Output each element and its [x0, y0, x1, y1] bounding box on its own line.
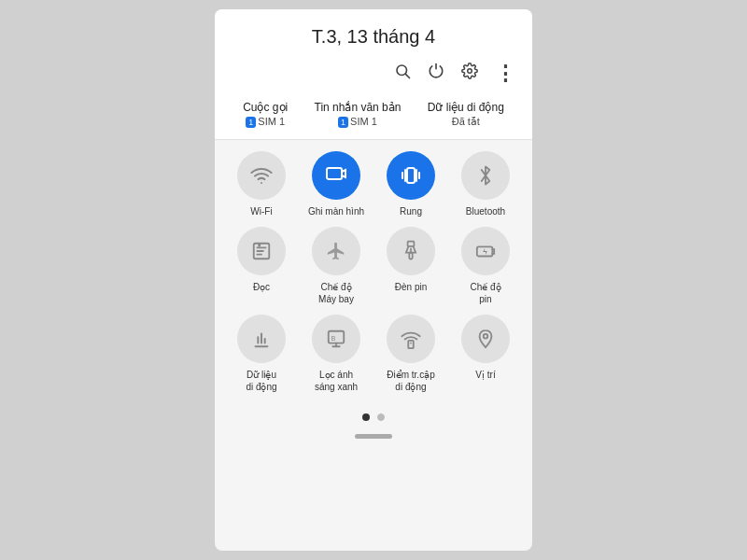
sim-data-title: Dữ liệu di động	[428, 101, 504, 114]
mobile-data-icon	[237, 315, 286, 363]
page-dot-2[interactable]	[377, 413, 385, 421]
date-text: T.3, 13 tháng 4	[312, 26, 435, 47]
hotspot-icon	[387, 315, 435, 363]
date-header: T.3, 13 tháng 4	[215, 9, 532, 57]
airplane-icon	[312, 227, 360, 275]
svg-rect-9	[409, 253, 412, 259]
tile-mobile-data[interactable]: Dữ liệudi động	[229, 315, 294, 393]
flashlight-icon	[387, 227, 435, 275]
power-icon[interactable]	[428, 63, 444, 84]
sim-calls-title: Cuộc gọi	[243, 101, 288, 114]
tile-screen-record[interactable]: Ghi màn hình	[303, 151, 369, 217]
tiles-row-3: Dữ liệudi động B Lọc ánhsáng xanh	[224, 315, 523, 393]
sim1-badge-calls: 1	[246, 117, 256, 128]
reading-label: Đọc	[253, 281, 270, 293]
hotspot-label: Điểm tr.cậpdi động	[387, 369, 434, 393]
tile-flashlight[interactable]: Đèn pin	[378, 227, 444, 305]
phone-frame: T.3, 13 tháng 4 ⋮ Cuộc gọi 1SIM 1 T	[215, 9, 532, 551]
screen-record-icon	[312, 151, 360, 200]
mobile-data-label: Dữ liệudi động	[246, 369, 276, 393]
wifi-icon	[237, 151, 286, 200]
search-icon[interactable]	[394, 63, 411, 84]
svg-point-3	[261, 182, 262, 184]
tile-bluelight[interactable]: B Lọc ánhsáng xanh	[303, 315, 369, 393]
location-label: Vị trí	[475, 369, 495, 381]
tile-battery[interactable]: Chế độpin	[453, 227, 518, 305]
sim-calls: Cuộc gọi 1SIM 1	[243, 101, 288, 128]
bluelight-icon: B	[312, 315, 360, 363]
sim1-badge-sms: 1	[338, 117, 348, 128]
flashlight-label: Đèn pin	[395, 281, 427, 293]
bottom-bar	[215, 428, 532, 442]
tile-hotspot[interactable]: Điểm tr.cậpdi động	[378, 315, 444, 393]
top-icons-bar: ⋮	[215, 57, 532, 93]
svg-rect-5	[407, 168, 415, 183]
sim-sms: Tin nhắn văn bản 1SIM 1	[315, 101, 402, 128]
tile-reading[interactable]: Đọc	[229, 227, 294, 305]
more-icon[interactable]: ⋮	[495, 63, 515, 84]
sim-sms-title: Tin nhắn văn bản	[315, 101, 402, 114]
svg-text:B: B	[331, 334, 336, 343]
battery-icon	[461, 227, 510, 275]
tile-location[interactable]: Vị trí	[453, 315, 518, 393]
bluelight-label: Lọc ánhsáng xanh	[315, 369, 358, 393]
tile-bluetooth[interactable]: Bluetooth	[453, 151, 518, 217]
bluetooth-icon	[461, 151, 510, 200]
svg-rect-7	[258, 244, 261, 247]
page-dot-1[interactable]	[362, 413, 370, 421]
vibrate-icon	[387, 151, 435, 200]
svg-rect-4	[327, 168, 342, 179]
svg-point-15	[410, 343, 412, 344]
wifi-label: Wi-Fi	[250, 205, 272, 217]
sim-info-row: Cuộc gọi 1SIM 1 Tin nhắn văn bản 1SIM 1 …	[215, 93, 532, 139]
reading-icon	[237, 227, 286, 275]
quick-tiles: Wi-Fi Ghi màn hình	[215, 140, 532, 402]
screen-record-label: Ghi màn hình	[308, 205, 364, 217]
page-dots	[215, 402, 532, 428]
tile-airplane[interactable]: Chế độMáy bay	[303, 227, 369, 305]
bluetooth-label: Bluetooth	[466, 205, 505, 217]
settings-icon[interactable]	[461, 63, 478, 84]
tile-vibrate[interactable]: Rung	[378, 151, 444, 217]
svg-line-1	[405, 74, 409, 77]
airplane-label: Chế độMáy bay	[318, 281, 354, 305]
tile-wifi[interactable]: Wi-Fi	[229, 151, 294, 217]
tiles-row-2: Đọc Chế độMáy bay	[224, 227, 523, 305]
home-indicator[interactable]	[355, 434, 392, 439]
svg-rect-14	[408, 341, 414, 348]
svg-point-16	[484, 334, 488, 339]
sim-data: Dữ liệu di động Đã tắt	[428, 101, 504, 128]
location-icon	[461, 315, 510, 363]
battery-label: Chế độpin	[470, 281, 500, 305]
tiles-row-1: Wi-Fi Ghi màn hình	[224, 151, 523, 217]
svg-point-2	[468, 69, 472, 74]
vibrate-label: Rung	[400, 205, 422, 217]
